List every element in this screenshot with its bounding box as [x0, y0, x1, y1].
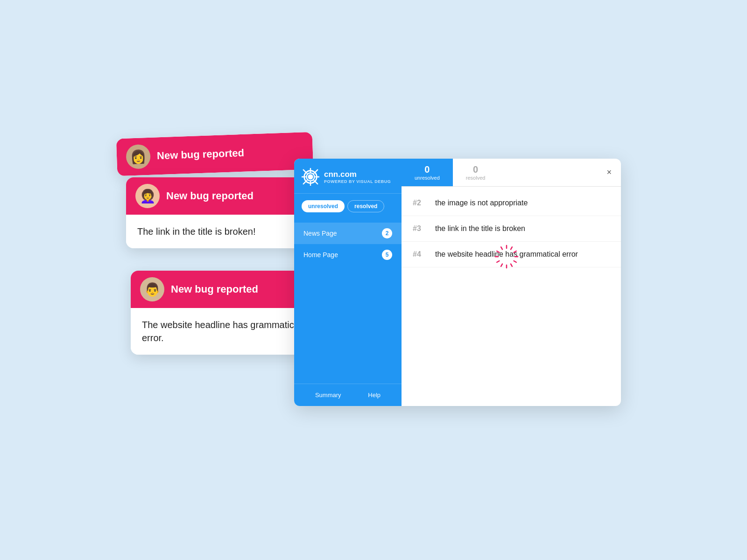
card-title-1: New bug reported: [157, 147, 245, 162]
sidebar-brand: cnn.com POWERED BY VISUAL DEBUG: [324, 170, 391, 184]
notification-card-1: 👩 New bug reported: [116, 132, 314, 176]
spin-svg: [493, 243, 521, 271]
visual-debug-logo: [302, 168, 319, 186]
card-header-1: 👩 New bug reported: [116, 132, 314, 176]
svg-point-1: [308, 174, 313, 179]
cursor-spin-indicator: [493, 243, 521, 273]
svg-line-13: [497, 251, 499, 252]
card-title-2: New bug reported: [166, 190, 254, 202]
scene: 👩 New bug reported 👩‍🦱 New bug reported …: [117, 135, 630, 425]
bug-item-4: #4 the website headline has grammatical …: [402, 242, 621, 267]
sidebar-nav-item-home[interactable]: Home Page 5: [294, 244, 402, 266]
svg-line-4: [511, 247, 512, 249]
sidebar-filter-tabs: unresolved resolved: [294, 194, 402, 219]
sidebar-help-link[interactable]: Help: [368, 392, 381, 399]
sidebar-nav-item-news[interactable]: News Page 2: [294, 223, 402, 244]
tab-resolved[interactable]: 0 resolved: [453, 159, 499, 186]
sidebar-domain: cnn.com: [324, 170, 391, 179]
sidebar-header: cnn.com POWERED BY VISUAL DEBUG: [294, 159, 402, 194]
content-panel: 0 unresolved 0 resolved × #2 the image i…: [402, 159, 621, 406]
sidebar-subtitle: POWERED BY VISUAL DEBUG: [324, 179, 391, 184]
close-button[interactable]: ×: [597, 160, 621, 185]
card-title-3: New bug reported: [171, 283, 258, 295]
avatar-1: 👩: [126, 144, 151, 169]
resolved-count: 0: [473, 164, 478, 175]
sidebar-footer: Summary Help: [294, 384, 402, 406]
sidebar-summary-link[interactable]: Summary: [315, 392, 341, 399]
svg-line-11: [497, 261, 499, 262]
bug-number-3: #3: [413, 224, 428, 233]
sidebar: cnn.com POWERED BY VISUAL DEBUG unresolv…: [294, 159, 402, 406]
sidebar-tab-unresolved[interactable]: unresolved: [302, 200, 345, 212]
svg-line-7: [514, 261, 516, 262]
sidebar-nav-badge-news: 2: [382, 228, 392, 238]
sidebar-nav-badge-home: 5: [382, 250, 392, 260]
bug-description-4: the website headline has grammatical err…: [435, 250, 610, 259]
unresolved-count: 0: [424, 164, 430, 175]
bug-number-2: #2: [413, 199, 428, 207]
svg-line-14: [501, 247, 502, 249]
bug-item-2: #2 the image is not appropriate: [402, 190, 621, 216]
content-header: 0 unresolved 0 resolved ×: [402, 159, 621, 187]
bug-list: #2 the image is not appropriate #3 the l…: [402, 187, 621, 406]
sidebar-tab-resolved[interactable]: resolved: [347, 200, 384, 212]
sidebar-nav: News Page 2 Home Page 5: [294, 219, 402, 384]
bug-description-2: the image is not appropriate: [435, 199, 610, 207]
main-panel: cnn.com POWERED BY VISUAL DEBUG unresolv…: [294, 159, 621, 406]
resolved-label: resolved: [466, 175, 486, 181]
bug-item-3: #3 the link in the title is broken: [402, 216, 621, 242]
avatar-2: 👩‍🦱: [135, 184, 160, 208]
sidebar-nav-item-news-label: News Page: [303, 230, 337, 237]
svg-line-8: [511, 264, 512, 266]
tab-unresolved[interactable]: 0 unresolved: [402, 159, 453, 186]
svg-line-5: [514, 251, 516, 252]
avatar-3: 👨: [140, 277, 164, 301]
sidebar-nav-item-home-label: Home Page: [303, 251, 338, 259]
svg-line-10: [501, 264, 502, 266]
unresolved-label: unresolved: [415, 175, 440, 181]
bug-description-3: the link in the title is broken: [435, 224, 610, 233]
bug-number-4: #4: [413, 250, 428, 259]
